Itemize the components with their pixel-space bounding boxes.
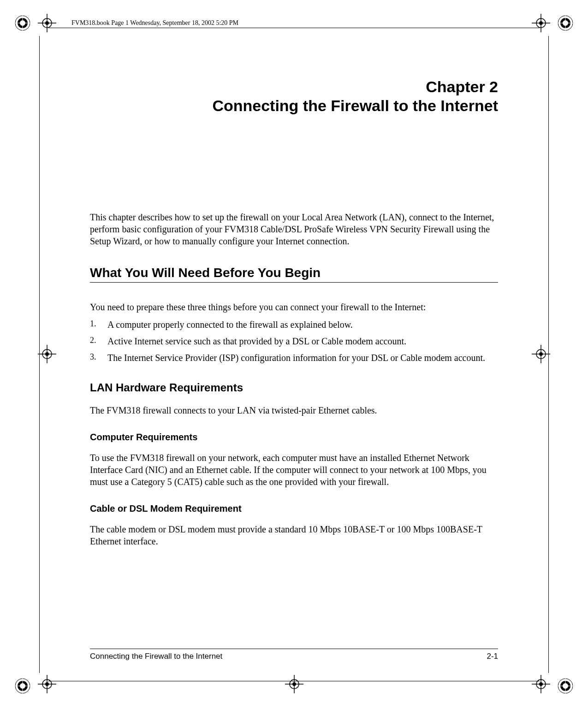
crosshair-mark-icon — [37, 674, 57, 696]
crosshair-mark-icon — [284, 674, 304, 696]
list-item: 3.The Internet Service Provider (ISP) co… — [90, 352, 498, 364]
crosshair-mark-icon — [531, 674, 551, 696]
numbered-list: 1.A computer properly connected to the f… — [90, 319, 498, 364]
list-text: The Internet Service Provider (ISP) conf… — [107, 353, 485, 363]
document-page: FVM318.book Page 1 Wednesday, September … — [0, 0, 588, 709]
subsubsection-heading: Cable or DSL Modem Requirement — [90, 503, 498, 514]
chapter-title: Chapter 2 Connecting the Firewall to the… — [90, 77, 498, 115]
list-text: Active Internet service such as that pro… — [107, 336, 406, 346]
footer-right: 2-1 — [487, 652, 498, 661]
list-item: 2.Active Internet service such as that p… — [90, 335, 498, 347]
subsubsection-body: The cable modem or DSL modem must provid… — [90, 523, 498, 547]
registration-mark-icon — [557, 678, 574, 694]
registration-mark-icon — [14, 678, 31, 694]
page-content: Chapter 2 Connecting the Firewall to the… — [90, 77, 498, 547]
crosshair-mark-icon — [531, 13, 551, 35]
crosshair-mark-icon — [531, 344, 551, 366]
chapter-number: Chapter 2 — [426, 78, 498, 95]
subsection-heading: LAN Hardware Requirements — [90, 381, 498, 394]
list-number: 3. — [90, 352, 96, 362]
section-heading: What You Will Need Before You Begin — [90, 266, 498, 283]
intro-paragraph: This chapter describes how to set up the… — [90, 211, 498, 247]
header-book-info: FVM318.book Page 1 Wednesday, September … — [71, 19, 238, 27]
crosshair-mark-icon — [37, 13, 57, 35]
crop-mark — [48, 28, 540, 28]
section-body: You need to prepare these three things b… — [90, 301, 498, 313]
subsubsection-heading: Computer Requirements — [90, 432, 498, 443]
subsubsection-body: To use the FVM318 firewall on your netwo… — [90, 452, 498, 488]
footer-left: Connecting the Firewall to the Internet — [90, 652, 222, 661]
registration-mark-icon — [557, 15, 574, 31]
page-footer: Connecting the Firewall to the Internet … — [90, 649, 498, 661]
list-text: A computer properly connected to the fir… — [107, 319, 353, 330]
registration-mark-icon — [14, 15, 31, 31]
list-number: 2. — [90, 335, 96, 346]
chapter-heading: Connecting the Firewall to the Internet — [212, 97, 498, 114]
list-item: 1.A computer properly connected to the f… — [90, 319, 498, 331]
subsection-body: The FVM318 firewall connects to your LAN… — [90, 404, 498, 416]
crosshair-mark-icon — [37, 344, 57, 366]
list-number: 1. — [90, 319, 96, 329]
